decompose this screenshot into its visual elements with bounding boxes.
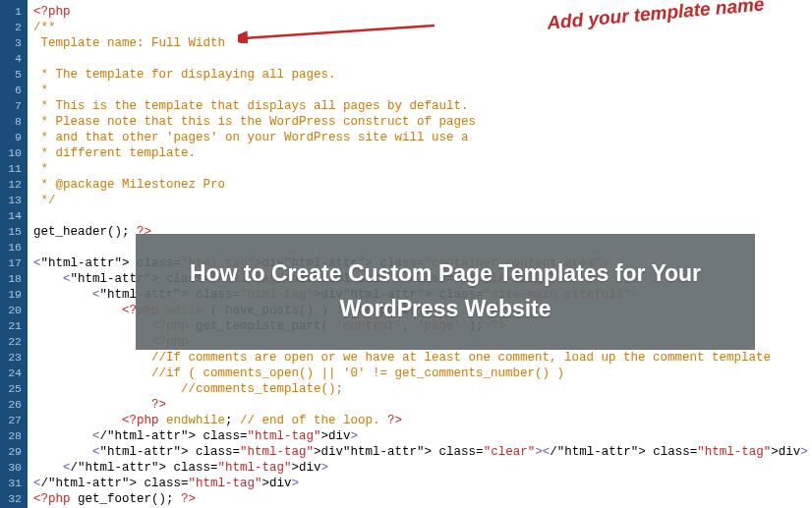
line-number: 10 bbox=[4, 145, 22, 161]
line-number: 8 bbox=[4, 114, 22, 130]
code-line: <?php get_footer(); ?> bbox=[33, 491, 808, 507]
code-line: <"html-attr"> class="html-tag">div"html-… bbox=[33, 444, 808, 460]
code-line: </"html-attr"> class="html-tag">div> bbox=[33, 460, 808, 476]
line-number: 2 bbox=[4, 20, 22, 35]
line-number: 4 bbox=[4, 51, 22, 67]
line-number: 20 bbox=[4, 303, 22, 318]
code-line: ?> bbox=[33, 397, 808, 413]
line-number: 32 bbox=[4, 491, 22, 507]
code-line: /** bbox=[33, 20, 808, 35]
code-line: */ bbox=[33, 193, 808, 208]
code-line: * Please note that this is the WordPress… bbox=[33, 114, 808, 130]
line-number: 22 bbox=[4, 334, 22, 350]
line-number: 12 bbox=[4, 177, 22, 193]
line-number: 24 bbox=[4, 366, 22, 381]
code-line: //If comments are open or we have at lea… bbox=[33, 350, 808, 366]
code-line: //if ( comments_open() || '0' != get_com… bbox=[33, 366, 808, 381]
line-number: 11 bbox=[4, 161, 22, 177]
code-line: * and that other 'pages' on your WordPre… bbox=[33, 130, 808, 145]
code-line: * @package Milestonez Pro bbox=[33, 177, 808, 193]
line-number: 9 bbox=[4, 130, 22, 145]
code-line bbox=[33, 51, 808, 67]
line-number: 15 bbox=[4, 224, 22, 240]
line-number: 26 bbox=[4, 397, 22, 413]
line-number: 17 bbox=[4, 255, 22, 271]
code-line: <?php endwhile; // end of the loop. ?> bbox=[33, 413, 808, 428]
code-line: //comments_template(); bbox=[33, 381, 808, 397]
code-line: </"html-attr"> class="html-tag">div> bbox=[33, 428, 808, 444]
line-number: 27 bbox=[4, 413, 22, 428]
code-line: * bbox=[33, 83, 808, 98]
line-number: 28 bbox=[4, 428, 22, 444]
code-line: </"html-attr"> class="html-tag">div> bbox=[33, 476, 808, 491]
line-number: 31 bbox=[4, 476, 22, 491]
line-number: 25 bbox=[4, 381, 22, 397]
line-number: 29 bbox=[4, 444, 22, 460]
title-overlay: How to Create Custom Page Templates for … bbox=[136, 234, 755, 350]
code-line: Template name: Full Width bbox=[33, 35, 808, 51]
line-number: 18 bbox=[4, 271, 22, 287]
line-number: 1 bbox=[4, 4, 22, 20]
line-number: 13 bbox=[4, 193, 22, 208]
code-line: * bbox=[33, 161, 808, 177]
code-line: * The template for displaying all pages. bbox=[33, 67, 808, 83]
line-number: 14 bbox=[4, 208, 22, 224]
line-number: 16 bbox=[4, 240, 22, 255]
line-number: 19 bbox=[4, 287, 22, 303]
line-number: 3 bbox=[4, 35, 22, 51]
line-number: 6 bbox=[4, 83, 22, 98]
code-line: * This is the template that displays all… bbox=[33, 98, 808, 114]
code-line bbox=[33, 208, 808, 224]
line-number: 30 bbox=[4, 460, 22, 476]
line-number: 21 bbox=[4, 318, 22, 334]
line-number: 5 bbox=[4, 67, 22, 83]
line-number: 23 bbox=[4, 350, 22, 366]
line-number: 7 bbox=[4, 98, 22, 114]
code-line: * different template. bbox=[33, 145, 808, 161]
line-number-gutter: 1234567891011121314151617181920212223242… bbox=[0, 0, 28, 508]
